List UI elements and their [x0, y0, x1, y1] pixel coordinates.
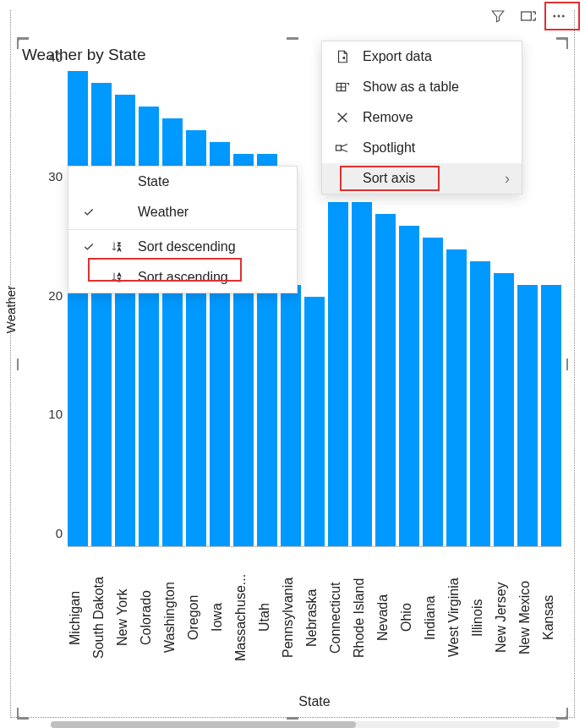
- x-tick-label: New Mexico: [517, 547, 538, 687]
- x-tick-label: South Dakota: [91, 547, 112, 687]
- x-tick-label: Colorado: [139, 547, 159, 687]
- bar[interactable]: [281, 285, 301, 546]
- y-tick-label: 0: [56, 526, 63, 540]
- bar[interactable]: [68, 71, 88, 546]
- bar[interactable]: [423, 238, 443, 546]
- y-axis-label: Weather: [3, 285, 18, 332]
- svg-point-2: [558, 15, 560, 18]
- svg-rect-0: [522, 12, 532, 20]
- remove-icon: [334, 111, 351, 124]
- sort-ascending[interactable]: AZ Sort ascending: [68, 262, 297, 293]
- menu-item-export-data[interactable]: Export data: [322, 41, 522, 72]
- menu-item-sort-axis[interactable]: Sort axis ›: [322, 163, 522, 194]
- sort-field-state[interactable]: State: [68, 167, 297, 197]
- x-tick-label: New York: [115, 547, 135, 687]
- menu-item-label: Remove: [363, 110, 413, 125]
- more-options-icon[interactable]: [549, 7, 568, 25]
- x-tick-label: Massachuse...: [233, 547, 254, 687]
- menu-divider: [68, 229, 297, 230]
- menu-item-label: Spotlight: [363, 140, 415, 156]
- x-tick-label: Utah: [257, 547, 277, 687]
- x-axis-label: State: [68, 694, 561, 709]
- x-axis-labels: MichiganSouth DakotaNew YorkColoradoWash…: [68, 547, 561, 687]
- x-tick-label: Washington: [162, 547, 183, 687]
- menu-item-label: Weather: [138, 205, 189, 220]
- bar[interactable]: [328, 202, 348, 546]
- bar[interactable]: [446, 249, 467, 546]
- visual-toolbar: [489, 7, 568, 25]
- svg-point-3: [562, 15, 565, 18]
- scrollbar-thumb[interactable]: [51, 721, 356, 728]
- x-tick-label: Illinois: [470, 547, 490, 687]
- x-tick-label: Oregon: [186, 547, 206, 687]
- svg-text:Z: Z: [118, 242, 121, 247]
- x-tick-label: Michigan: [68, 547, 88, 687]
- svg-text:A: A: [118, 272, 121, 277]
- bar[interactable]: [494, 273, 514, 546]
- sort-field-weather[interactable]: Weather: [68, 197, 297, 227]
- sort-desc-icon: ZA: [109, 240, 126, 254]
- menu-item-label: Show as a table: [363, 79, 459, 95]
- bar[interactable]: [115, 95, 135, 546]
- bar[interactable]: [91, 83, 112, 546]
- x-tick-label: Kansas: [541, 547, 561, 687]
- bar[interactable]: [470, 261, 490, 546]
- spotlight-icon: [334, 141, 351, 155]
- sort-axis-submenu: State Weather ZA Sort descending AZ Sort…: [68, 166, 298, 293]
- x-axis: MichiganSouth DakotaNew YorkColoradoWash…: [68, 547, 561, 716]
- menu-item-label: Sort descending: [138, 239, 236, 255]
- x-tick-label: Pennsylvania: [281, 547, 301, 687]
- menu-item-label: State: [138, 174, 169, 189]
- x-tick-label: Ohio: [399, 547, 419, 687]
- svg-text:A: A: [118, 247, 121, 252]
- svg-point-1: [553, 15, 555, 18]
- bar[interactable]: [375, 214, 396, 546]
- x-tick-label: Nebraska: [304, 547, 325, 687]
- checkmark-icon: [80, 206, 97, 218]
- horizontal-scrollbar[interactable]: [51, 721, 560, 728]
- table-icon: [334, 79, 351, 95]
- menu-item-spotlight[interactable]: Spotlight: [322, 133, 522, 163]
- menu-item-label: Export data: [363, 49, 432, 64]
- bar[interactable]: [304, 297, 325, 546]
- resize-handle-top[interactable]: [287, 37, 298, 40]
- bar[interactable]: [541, 285, 561, 546]
- sort-asc-icon: AZ: [109, 271, 126, 284]
- resize-handle-bottom[interactable]: [287, 717, 298, 720]
- menu-item-label: Sort ascending: [138, 270, 228, 285]
- export-icon: [334, 49, 351, 64]
- x-tick-label: Indiana: [423, 547, 443, 687]
- menu-item-label: Sort axis: [363, 171, 415, 186]
- y-tick-label: 10: [48, 407, 63, 421]
- y-tick-label: 30: [48, 168, 63, 183]
- filter-icon[interactable]: [489, 7, 507, 25]
- x-tick-label: New Jersey: [494, 547, 514, 687]
- chevron-right-icon: ›: [505, 170, 510, 188]
- menu-item-show-as-table[interactable]: Show as a table: [322, 72, 522, 102]
- visual-context-menu: Export data Show as a table Remove Spotl…: [321, 41, 522, 194]
- x-tick-label: Connecticut: [328, 547, 348, 687]
- sort-descending[interactable]: ZA Sort descending: [68, 232, 297, 262]
- bar[interactable]: [399, 226, 419, 546]
- y-tick-label: 40: [48, 50, 63, 64]
- x-tick-label: West Virginia: [446, 547, 467, 687]
- svg-text:Z: Z: [118, 277, 121, 282]
- x-tick-label: Nevada: [375, 547, 396, 687]
- y-tick-label: 20: [48, 287, 63, 302]
- menu-item-remove[interactable]: Remove: [322, 102, 522, 133]
- bar[interactable]: [517, 285, 538, 546]
- svg-rect-5: [336, 145, 342, 151]
- bar[interactable]: [352, 202, 372, 546]
- checkmark-icon: [80, 241, 97, 253]
- y-axis: Weather 010203040: [19, 71, 68, 547]
- focus-mode-icon[interactable]: [519, 7, 538, 25]
- x-tick-label: Rhode Island: [352, 547, 372, 687]
- x-tick-label: Iowa: [210, 547, 230, 687]
